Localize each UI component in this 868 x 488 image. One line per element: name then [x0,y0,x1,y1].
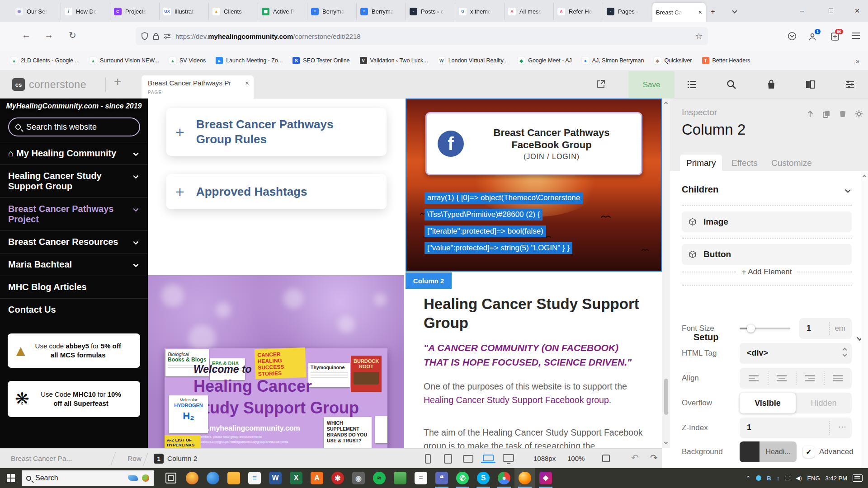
permissions-icon[interactable] [164,33,171,39]
z-index-input[interactable]: 1 ⋯ [740,418,852,438]
site-search-input[interactable] [25,122,125,132]
child-item-button[interactable]: Button [682,244,852,265]
scroll-up-icon[interactable] [664,102,668,105]
slider-handle[interactable] [747,324,755,333]
scroll-up-icon[interactable] [863,175,866,178]
bookmark-item[interactable]: ▸ Launch Meeting - Zo... [212,55,287,66]
browser-tab[interactable]: Λ Refer Ho [554,3,603,20]
taskbar-app-icon[interactable]: X [286,468,307,488]
device-phone-button[interactable] [425,454,431,464]
plus-icon[interactable]: + [175,123,184,141]
html-tag-select[interactable]: <div> [740,343,852,364]
taskbar-app-icon[interactable]: = [410,468,431,488]
undo-icon[interactable]: ↶ [631,452,639,463]
overflow-visible-button[interactable]: Visible [740,393,796,413]
site-nav-item[interactable]: ⌂Breast Cancer Resources [0,230,148,253]
column-badge[interactable]: Column 2 [406,272,452,289]
delete-icon[interactable] [838,109,847,118]
device-laptop-button[interactable] [483,455,494,461]
font-size-value-box[interactable]: 1 em [799,318,852,339]
browser-tab[interactable]: ▲ Clients - [209,3,258,20]
taskbar-app-icon[interactable]: ◉ [348,468,369,488]
clock[interactable]: 3:42 PM [826,475,847,482]
browser-tab[interactable]: ≡ Berryma [357,3,406,20]
canvas-width-value[interactable]: 1088px [533,455,556,462]
tab-primary[interactable]: Primary [680,155,722,172]
tab-customize[interactable]: Customize [765,155,818,172]
site-nav-item[interactable]: ⌂MHC Blog Articles [0,276,148,298]
scroll-down-icon[interactable] [664,441,668,444]
breadcrumb-page[interactable]: Breast Cancer Pa... [11,455,72,463]
taskbar-app-icon[interactable]: ✱ [327,468,348,488]
browser-tab[interactable]: ◉ Our Ser [12,3,61,20]
breadcrumb-column[interactable]: Column 2 [167,455,197,463]
save-button[interactable]: Save [628,71,675,99]
taskbar-app-icon[interactable]: ❖ [535,468,556,488]
task-view-button[interactable] [165,473,176,483]
device-tablet-button[interactable] [444,454,452,464]
accordion-hashtags[interactable]: + Approved Hashtags [166,174,387,209]
align-justify-button[interactable] [824,368,852,389]
account-icon[interactable]: 1 [807,32,817,42]
taskbar-app-icon[interactable]: S [473,468,494,488]
bookmark-item[interactable]: ▲ SV Videos [165,55,210,66]
bookmark-item[interactable]: ▲ Surround Vision NEW... [85,55,163,66]
bookmarks-overflow-icon[interactable]: » [852,55,863,66]
zoom-value[interactable]: 100% [567,455,585,462]
bookmark-star-icon[interactable]: ☆ [695,31,703,41]
browser-tab[interactable]: ▦ Active P [258,3,307,20]
browser-tab[interactable]: ▪ Posts ‹ c [406,3,455,20]
overflow-hidden-button[interactable]: Hidden [796,393,852,413]
new-tab-button[interactable]: + [706,5,720,19]
start-button[interactable] [0,468,22,488]
back-icon[interactable]: ← [22,30,31,40]
taskbar-app-icon[interactable] [182,468,203,488]
browser-tab[interactable]: ▪ Pages ‹ [603,3,652,20]
facebook-group-link[interactable]: Healing Cancer Study Support Facebook gr… [424,395,609,405]
lock-icon[interactable] [153,33,159,40]
inspector-scrollbar[interactable] [861,171,868,468]
taskbar-app-icon[interactable]: ≈ [369,468,390,488]
taskbar-app-icon[interactable] [223,468,244,488]
taskbar-app-icon[interactable] [390,468,410,488]
close-window-button[interactable]: × [850,4,864,18]
device-desktop-button[interactable] [503,454,514,462]
background-swatch[interactable] [740,441,760,462]
font-size-value[interactable]: 1 [807,324,811,333]
browser-tab[interactable]: Λ All mess [505,3,554,20]
reload-icon[interactable]: ↻ [69,30,76,41]
promo-mcs[interactable]: ▲ Use code abbey5 for 5% off all MCS for… [8,333,140,368]
bookmark-item[interactable]: V Validation ‹ Two Luck... [356,55,432,66]
cornerstone-logo[interactable]: cs [12,78,25,91]
bookmark-item[interactable]: W London Virtual Reality... [434,55,512,66]
background-value[interactable]: Headi... [760,441,797,462]
document-close-icon[interactable]: × [245,79,249,87]
pocket-icon[interactable] [788,32,797,41]
document-tab[interactable]: Breast Cancer Pathways Pr × PAGE [142,75,254,99]
layout-columns-icon[interactable] [805,79,816,90]
taskbar-app-icon[interactable]: W [265,468,286,488]
bookmark-item[interactable]: ◈ Quicksilver [650,55,696,66]
search-icon[interactable] [726,79,737,90]
bluetooth-icon[interactable]: B [767,475,771,482]
volume-icon[interactable]: ◀) [796,475,802,481]
taskbar-app-icon[interactable]: A [307,468,327,488]
extension-icon[interactable]: 80 [830,32,840,42]
taskbar-app-icon[interactable] [514,468,535,488]
browser-tab[interactable]: G x theme [455,3,505,20]
browser-tab[interactable]: ≡ Berryma [307,3,357,20]
assets-bag-icon[interactable] [766,79,777,90]
site-nav-item[interactable]: ⌂Breast Cancer Pathways Project [0,197,148,230]
align-left-button[interactable] [740,368,768,389]
minimize-button[interactable]: – [795,4,809,18]
preview-external-icon[interactable] [596,79,606,89]
advanced-checkbox[interactable]: ✓ [803,446,815,458]
tab-effects[interactable]: Effects [725,155,764,172]
shield-icon[interactable] [141,32,148,40]
tab-close-icon[interactable]: × [698,9,702,16]
accordion-group-rules[interactable]: + Breast Cancer Pathways Group Rules [166,108,387,156]
outline-list-icon[interactable] [686,79,697,90]
language-indicator[interactable]: ENG [807,475,820,482]
align-center-button[interactable] [768,368,796,389]
taskbar-app-icon[interactable]: ❝ [431,468,452,488]
